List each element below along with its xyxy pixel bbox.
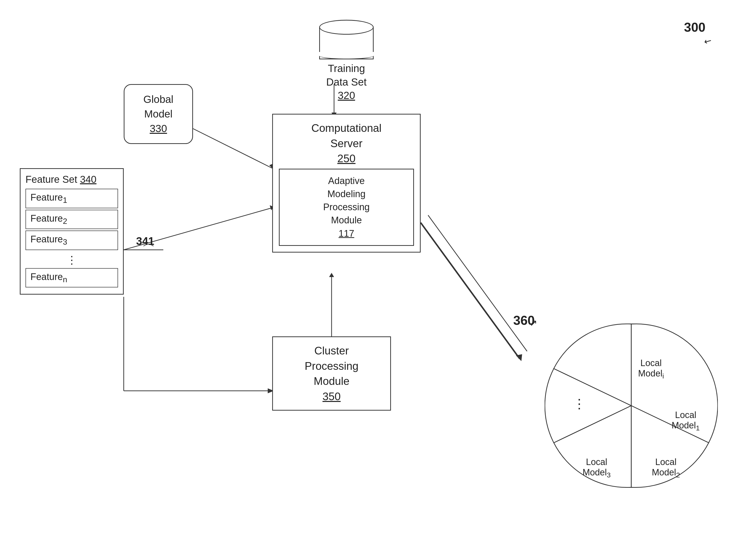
adaptive-module-label: Adaptive Modeling Processing Module 117 (284, 174, 408, 240)
svg-text:Local: Local (640, 358, 662, 368)
adaptive-module: Adaptive Modeling Processing Module 117 (279, 169, 414, 246)
comp-server-label: Computational Server 250 (279, 120, 414, 166)
computational-server: Computational Server 250 Adaptive Modeli… (272, 114, 421, 253)
svg-text:Local: Local (586, 457, 607, 467)
svg-text:Local: Local (655, 457, 676, 467)
ref-arrow-icon: ↙ (702, 35, 714, 47)
global-model-box: Global Model 330 (124, 84, 193, 144)
svg-text:⋮: ⋮ (573, 397, 586, 411)
svg-text:Model1: Model1 (672, 420, 700, 432)
diagram: 300 ↙ (0, 0, 750, 560)
svg-marker-11 (329, 273, 334, 277)
ref-300: 300 (684, 20, 706, 35)
svg-line-2 (193, 128, 272, 168)
cluster-module-label: Cluster Processing Module 350 (279, 343, 384, 404)
global-model: Global Model 330 (124, 84, 193, 144)
feature-set-label: Feature Set 340 (25, 174, 118, 185)
feature-3: Feature3 (25, 231, 118, 250)
training-data-set: Training Data Set 320 (307, 20, 386, 102)
svg-text:Modeli: Modeli (638, 368, 664, 380)
svg-text:Local: Local (675, 410, 696, 420)
local-models-pie: Local Modeli Local Model1 Local Model2 L… (545, 319, 718, 492)
training-data-label: Training Data Set 320 (307, 62, 386, 102)
svg-marker-13 (516, 354, 522, 361)
global-model-label: Global Model 330 (130, 92, 187, 136)
feature-set: Feature Set 340 Feature1 Feature2 Featur… (20, 168, 124, 295)
cluster-processing-module: Cluster Processing Module 350 (272, 336, 391, 411)
feature-dots: ⋮ (25, 252, 118, 268)
svg-line-14 (428, 215, 527, 351)
svg-text:Model3: Model3 (583, 467, 611, 479)
feature-2: Feature2 (25, 210, 118, 229)
cylinder-bottom-cap (319, 52, 374, 59)
feature-n: Featuren (25, 268, 118, 288)
cylinder-top (319, 20, 374, 35)
svg-text:Model2: Model2 (652, 467, 680, 479)
ref-360-arrow-icon: ↗ (530, 318, 537, 328)
svg-line-12 (421, 223, 520, 359)
arrow-label-341: 341 (136, 235, 154, 247)
cylinder-shape (319, 20, 374, 59)
feature-1: Feature1 (25, 189, 118, 208)
